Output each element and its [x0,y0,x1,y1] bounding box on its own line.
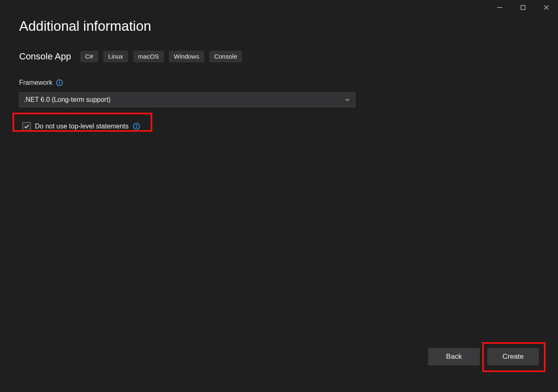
template-tags: C# Linux macOS Windows Console [80,51,242,62]
top-level-statements-label: Do not use top-level statements [35,123,129,130]
chevron-down-icon [345,97,350,102]
tag-windows: Windows [169,51,204,62]
page-title: Additional information [19,18,539,34]
tag-console: Console [209,51,242,62]
template-name: Console App [19,51,71,62]
framework-dropdown[interactable]: .NET 6.0 (Long-term support) [19,92,355,107]
maximize-button[interactable] [511,0,535,15]
wizard-footer: Back Create [428,348,539,365]
back-button[interactable]: Back [428,348,480,365]
framework-label-row: Framework [19,79,539,86]
top-level-statements-row[interactable]: Do not use top-level statements [19,120,144,133]
svg-point-5 [59,81,60,81]
close-button[interactable] [535,0,558,15]
svg-rect-6 [59,82,60,84]
template-header: Console App C# Linux macOS Windows Conso… [19,51,539,62]
svg-point-8 [136,124,137,125]
tag-macos: macOS [133,51,164,62]
framework-label: Framework [19,79,52,86]
top-level-statements-checkbox[interactable] [22,122,31,131]
info-icon[interactable] [56,79,63,86]
svg-rect-1 [521,5,525,10]
info-icon[interactable] [133,123,140,130]
framework-selected: .NET 6.0 (Long-term support) [24,96,111,104]
svg-rect-9 [136,126,137,128]
window-controls [488,0,558,15]
minimize-button[interactable] [488,0,511,15]
tag-linux: Linux [103,51,128,62]
tag-csharp: C# [80,51,98,62]
page-body: Additional information Console App C# Li… [19,18,539,392]
create-button[interactable]: Create [487,348,539,365]
